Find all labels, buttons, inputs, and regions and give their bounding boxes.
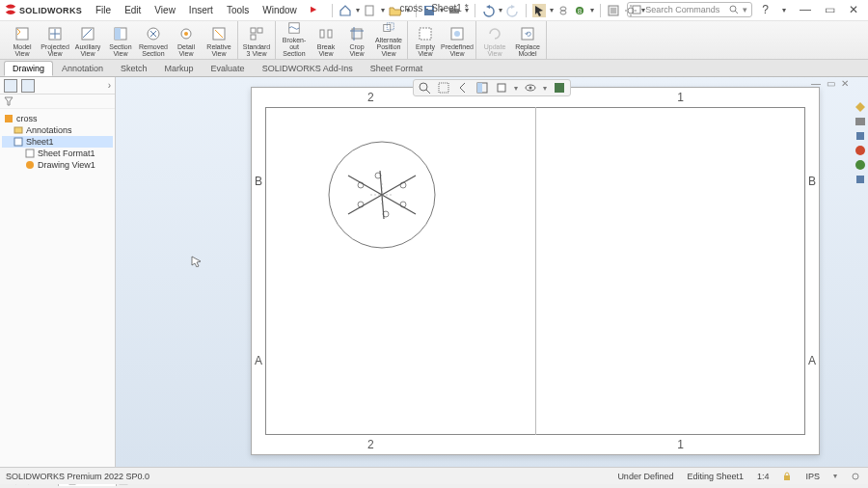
document-title: cross - Sheet1 * [399,3,468,14]
status-scale[interactable]: 1:4 [757,472,770,481]
panel-expand-icon[interactable]: › [108,80,111,91]
tab-markup[interactable]: Markup [156,61,203,76]
undo-icon[interactable] [481,4,495,17]
tab-sheet-format[interactable]: Sheet Format [362,61,432,76]
tree-sheet-format[interactable]: Sheet Format1 [2,148,113,159]
crop-view-button[interactable]: CropView [341,21,372,59]
svg-point-72 [853,474,858,479]
help-icon[interactable]: ? [758,3,773,16]
titlebar: SOLIDWORKS File Edit View Insert Tools W… [0,0,868,21]
replace-model-button[interactable]: ⟲ReplaceModel [511,21,544,59]
featuremanager-tab-icon[interactable] [4,79,17,93]
zoom-area-icon[interactable] [437,81,450,95]
custom-props-icon[interactable] [854,174,866,185]
svg-text:⟲: ⟲ [525,30,531,39]
redo-icon[interactable] [506,4,520,17]
zone-left-a: A [255,354,262,367]
menu-window[interactable]: Window [257,5,303,15]
menu-edit[interactable]: Edit [119,5,147,15]
section-view-icon[interactable] [475,81,489,95]
display-style-icon[interactable] [495,81,508,95]
predefined-view-button[interactable]: PredefinedView [441,21,474,59]
svg-rect-16 [82,28,94,40]
search-commands-input[interactable]: Search Commands ▾ [627,2,752,17]
menu-file[interactable]: File [90,5,117,15]
quick-access-toolbar: ▾ ▾ ▾ ▾ ▾ ▾ ▾ 8▾ ▾ [330,4,645,17]
relative-view-button[interactable]: RelativeView [203,21,235,59]
rebuild-icon[interactable]: 8 [573,4,586,17]
status-state: Under Defined [617,472,673,481]
file-explorer-icon[interactable] [854,130,866,142]
drawing-view-1[interactable] [324,137,440,253]
tree-filter[interactable] [0,95,115,109]
auxiliary-view-button[interactable]: AuxiliaryView [71,21,104,59]
doc-restore-icon[interactable]: ▭ [827,78,835,89]
heads-up-view-toolbar: ▾ ▾ [413,79,571,96]
svg-rect-26 [251,35,256,40]
design-library-icon[interactable] [854,116,866,127]
break-view-button[interactable]: BreakView [311,21,341,59]
zoom-fit-icon[interactable] [418,81,431,95]
tree-root[interactable]: cross [2,113,113,124]
drawing-sheet[interactable]: 2 1 2 1 B A B A [251,87,820,455]
status-units-dropdown-icon[interactable]: ▾ [833,472,837,480]
tree-sheet1[interactable]: Sheet1 [2,136,113,148]
empty-view-button[interactable]: EmptyView [410,21,441,59]
removed-section-button[interactable]: RemovedSection [137,21,170,59]
menu-tools[interactable]: Tools [221,5,255,15]
help-dropdown-icon[interactable]: ▾ [778,6,790,14]
menu-arrow-icon[interactable]: ▶ [305,5,322,15]
main-menu: File Edit View Insert Tools Window ▶ [90,5,322,15]
model-view-button[interactable]: ModelView [6,21,39,59]
status-lock-icon[interactable] [782,472,792,481]
standard-3view-button[interactable]: Standard3 View [240,21,273,59]
svg-line-46 [426,90,430,94]
home-icon[interactable] [339,4,352,17]
doc-close-icon[interactable]: ✕ [841,78,849,89]
tab-annotation[interactable]: Annotation [53,61,112,76]
svg-point-52 [529,87,532,90]
svg-rect-0 [366,6,373,15]
view-palette-icon[interactable] [854,145,866,156]
tab-drawing[interactable]: Drawing [4,61,53,76]
options-icon[interactable] [607,4,620,17]
svg-rect-29 [328,30,332,38]
tree-drawing-view[interactable]: Drawing View1 [2,159,113,171]
close-button[interactable]: ✕ [845,3,862,16]
menu-insert[interactable]: Insert [183,5,219,15]
link-icon[interactable] [557,4,569,17]
status-context: Editing Sheet1 [687,472,744,481]
alternate-position-button[interactable]: AlternatePosition View [372,21,405,59]
sw-resources-icon[interactable] [854,101,866,113]
update-view-button: UpdateView [478,21,511,59]
status-settings-icon[interactable] [851,472,860,481]
search-target-icon [632,5,641,14]
graphics-area[interactable]: ▾ ▾ — ▭ ✕ 2 1 2 1 B A B A [116,77,868,467]
status-units[interactable]: IPS [805,472,820,481]
svg-rect-49 [477,83,482,93]
tree-annotations[interactable]: Annotations [2,124,113,136]
projected-view-button[interactable]: ProjectedView [39,21,71,59]
minimize-button[interactable]: — [796,3,815,16]
detail-view-button[interactable]: DetailView [170,21,203,59]
select-icon[interactable] [532,4,546,17]
feature-tree: cross Annotations Sheet1 Sheet Format1 D… [0,109,115,175]
tab-addins[interactable]: SOLIDWORKS Add-Ins [254,61,362,76]
restore-button[interactable]: ▭ [821,3,839,16]
new-icon[interactable] [364,4,377,17]
magnifier-icon [729,5,739,14]
section-view-button[interactable]: SectionView [104,21,137,59]
tab-sketch[interactable]: Sketch [112,61,156,76]
prev-view-icon[interactable] [456,81,470,95]
svg-point-6 [560,11,566,14]
view-settings-icon[interactable] [553,81,566,95]
appearances-icon[interactable] [854,159,866,171]
zone-top-1: 1 [677,91,684,104]
svg-rect-25 [258,28,262,33]
broken-out-section-button[interactable]: Broken-outSection [278,21,311,59]
hide-show-icon[interactable] [524,81,537,95]
svg-rect-24 [251,28,256,33]
tab-evaluate[interactable]: Evaluate [203,61,254,76]
menu-view[interactable]: View [149,5,181,15]
propertymanager-tab-icon[interactable] [21,79,35,93]
